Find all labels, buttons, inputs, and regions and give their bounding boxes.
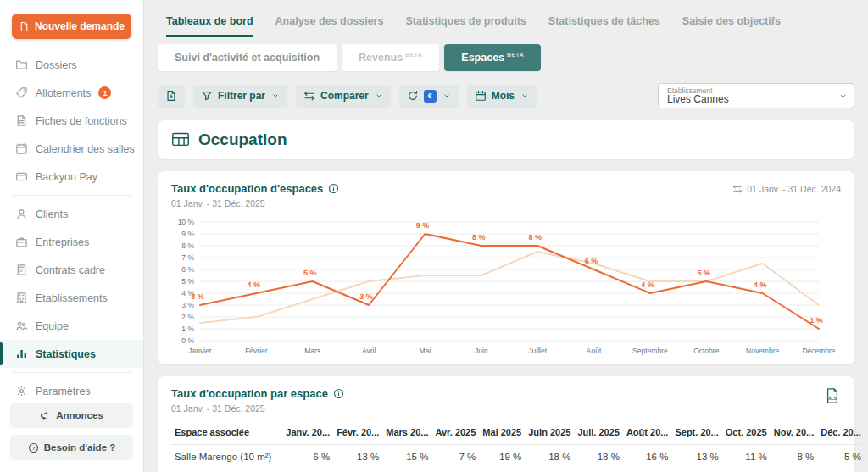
rooms-grid-icon [171,130,190,149]
info-icon[interactable] [328,183,339,194]
establishment-select-value: Lives Cannes [667,94,833,104]
occupancy-value-cell: 1 % [817,469,865,472]
sidebar-footer: Annonces ? Besoin d'aide ? [0,396,143,472]
notification-badge: 1 [98,86,111,99]
sidebar-item-label: Statistiques [36,348,96,360]
svg-text:2 %: 2 % [181,313,194,321]
chart-title: Taux d'occupation d'espaces [171,182,323,195]
svg-text:3 %: 3 % [181,301,194,309]
sidebar-item-calendrier-des-salles[interactable]: Calendrier des salles [0,135,143,163]
sidebar-item-fiches-de-fonctions[interactable]: Fiches de fonctions [0,107,143,135]
sidebar-item-label: Paramètres [36,386,91,397]
svg-text:Février: Février [245,347,268,355]
chart-compare-period: 01 Janv. - 31 Déc. 2024 [732,184,841,194]
sidebar-item-label: Clients [36,208,68,220]
client-icon [15,208,28,220]
occupancy-value-cell: 6 % [282,445,333,469]
refresh-icon [407,90,419,102]
tab-statistiques-de-produits[interactable]: Statistiques de produits [405,15,526,37]
table-card-titles: Taux d'occupation par espace 01 Janv. - … [171,387,344,414]
xls-export-button[interactable]: XLS [824,387,841,407]
svg-text:6 %: 6 % [585,257,598,265]
dashboard-subtabs: Suivi d'activité et acquisition RevenusB… [158,44,854,71]
sidebar-item-label: Equipe [36,320,69,332]
column-header: Oct. 2025 [722,422,771,445]
occupancy-table: Espace associéeJanv. 20...Févr. 20...Mar… [171,422,865,472]
table-row: Salle Marengo (10 m²)6 %13 %15 %7 %19 %1… [171,445,865,469]
column-header: Nov. 20... [771,422,817,445]
svg-text:1 %: 1 % [810,316,823,325]
stats-icon [15,347,28,360]
sidebar-item-allotements[interactable]: Allotements1 [0,79,143,107]
tab-saisie-des-objectifs[interactable]: Saisie des objectifs [682,15,781,37]
sidebar-item-equipe[interactable]: Equipe [0,312,143,340]
folder-icon [15,58,28,71]
beta-badge: BETA [507,52,524,58]
chevron-down-icon [520,92,529,100]
occupancy-value-cell: 22 % [574,469,623,472]
team-icon [15,319,28,332]
svg-text:XLS: XLS [828,396,837,401]
page-icon [19,21,30,32]
chart-period: 01 Janv. - 31 Déc. 2025 [171,198,339,208]
sidebar-item-statistiques[interactable]: Statistiques [0,340,143,368]
sidebar-item-entreprises[interactable]: Entreprises [0,228,143,256]
svg-text:0 %: 0 % [181,336,194,345]
occupancy-value-cell: 13 % [333,445,382,469]
export-report-button[interactable] [158,85,185,108]
svg-text:1 %: 1 % [181,325,194,333]
occupancy-value-cell: 8 % [382,469,431,472]
company-icon [15,236,28,248]
table-header-row: Espace associéeJanv. 20...Févr. 20...Mar… [171,422,865,445]
subtab-suivi-activite-label: Suivi d'activité et acquisition [175,52,320,64]
currency-button[interactable]: € [399,85,459,108]
svg-text:Juillet: Juillet [528,347,547,355]
occupancy-value-cell: 5 % [817,445,865,469]
subtab-suivi-activite[interactable]: Suivi d'activité et acquisition [158,44,337,71]
tab-analyse-des-dossiers[interactable]: Analyse des dossiers [275,15,384,37]
toolbar: Filtrer par Comparer € Mois Etablissemen… [158,83,854,108]
svg-text:4 %: 4 % [248,280,261,289]
sheet-icon [15,114,28,127]
help-button[interactable]: ? Besoin d'aide ? [10,435,133,460]
chevron-down-icon [442,92,451,100]
svg-text:8 %: 8 % [181,242,194,250]
svg-text:4 %: 4 % [641,280,654,289]
svg-text:9 %: 9 % [181,230,194,238]
calendar-icon [475,90,487,102]
tab-statistiques-de-taches[interactable]: Statistiques de tâches [548,15,660,37]
subtab-espaces[interactable]: EspacesBETA [444,44,541,71]
table-row: Salle Friedland (180 m²)5 %8 %8 %6 %18 %… [171,469,865,472]
sidebar-item-etablissements[interactable]: Etablissements [0,284,143,312]
card-icon [15,170,28,183]
sidebar-item-clients[interactable]: Clients [0,200,143,228]
filter-button[interactable]: Filtrer par [193,85,287,108]
table-card-header: Taux d'occupation par espace 01 Janv. - … [171,387,841,414]
compare-icon [732,184,743,194]
new-request-button[interactable]: Nouvelle demande [12,14,131,39]
sidebar-item-dossiers[interactable]: Dossiers [0,51,143,79]
help-label: Besoin d'aide ? [44,442,116,453]
sidebar-item-contrats-cadre[interactable]: Contrats cadre [0,256,143,284]
chevron-down-icon [375,92,383,100]
svg-text:4 %: 4 % [754,280,767,289]
sidebar-item-parametres[interactable]: Paramètres [0,377,143,396]
svg-text:Octobre: Octobre [693,347,720,355]
svg-text:6 %: 6 % [181,265,194,274]
svg-text:Août: Août [587,347,602,355]
sidebar-item-backyou-pay[interactable]: Backyou Pay [0,163,143,191]
compare-button[interactable]: Comparer [296,85,391,108]
subtab-revenus[interactable]: RevenusBETA [342,44,439,71]
occupancy-value-cell: 11 % [722,445,771,469]
main-content: Tableaux de bord Analyse des dossiers St… [144,0,868,472]
tab-tableaux-de-bord[interactable]: Tableaux de bord [166,15,253,37]
occupancy-value-cell: 16 % [623,445,672,469]
establishment-select-label: Etablissement [667,86,712,95]
month-granularity-button[interactable]: Mois [467,85,537,108]
establishment-select[interactable]: Etablissement Lives Cannes [658,83,854,108]
occupation-section-header: Occupation [158,120,854,159]
info-icon[interactable] [333,388,344,399]
annonces-button[interactable]: Annonces [10,403,133,428]
occupancy-value-cell: 7 % [623,469,672,472]
beta-badge: BETA [405,52,422,58]
